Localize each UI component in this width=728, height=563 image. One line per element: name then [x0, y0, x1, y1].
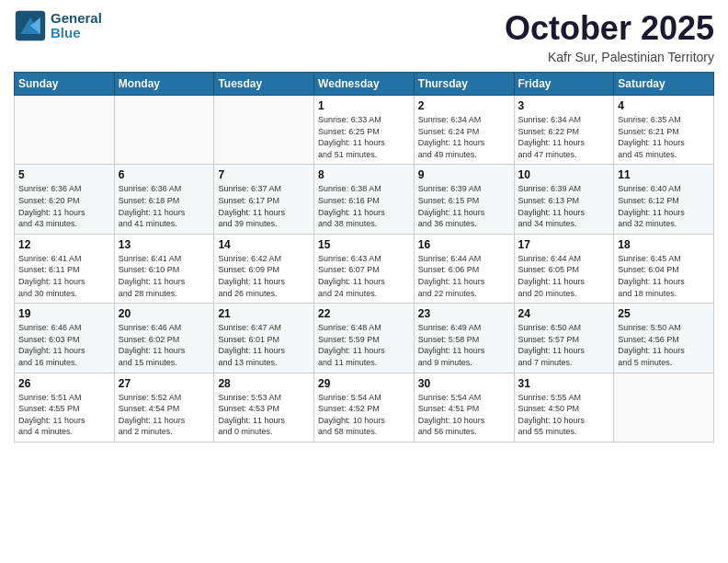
day-number: 23 [418, 307, 510, 320]
weekday-header-sunday: Sunday [15, 73, 115, 96]
day-info: Sunrise: 5:55 AM Sunset: 4:50 PM Dayligh… [518, 392, 610, 438]
calendar-cell: 10Sunrise: 6:39 AM Sunset: 6:13 PM Dayli… [514, 165, 614, 234]
day-info: Sunrise: 6:45 AM Sunset: 6:04 PM Dayligh… [618, 253, 710, 299]
day-number: 25 [618, 307, 710, 320]
calendar-cell: 14Sunrise: 6:42 AM Sunset: 6:09 PM Dayli… [214, 234, 314, 303]
day-info: Sunrise: 6:49 AM Sunset: 5:58 PM Dayligh… [418, 322, 510, 368]
day-number: 15 [318, 238, 410, 251]
day-info: Sunrise: 6:47 AM Sunset: 6:01 PM Dayligh… [218, 322, 310, 368]
day-info: Sunrise: 6:50 AM Sunset: 5:57 PM Dayligh… [518, 322, 610, 368]
day-number: 19 [18, 307, 110, 320]
day-number: 21 [218, 307, 310, 320]
day-info: Sunrise: 5:53 AM Sunset: 4:53 PM Dayligh… [218, 392, 310, 438]
day-number: 31 [518, 377, 610, 390]
logo-blue: Blue [51, 26, 102, 41]
calendar-week-3: 12Sunrise: 6:41 AM Sunset: 6:11 PM Dayli… [15, 234, 714, 303]
day-number: 1 [318, 99, 410, 112]
day-number: 18 [618, 238, 710, 251]
calendar-cell: 23Sunrise: 6:49 AM Sunset: 5:58 PM Dayli… [414, 304, 514, 373]
calendar-cell: 1Sunrise: 6:33 AM Sunset: 6:25 PM Daylig… [314, 96, 415, 165]
day-info: Sunrise: 6:46 AM Sunset: 6:02 PM Dayligh… [119, 322, 210, 368]
day-number: 4 [618, 99, 710, 112]
day-number: 22 [318, 307, 410, 320]
day-info: Sunrise: 6:39 AM Sunset: 6:13 PM Dayligh… [518, 183, 610, 229]
calendar-cell: 9Sunrise: 6:39 AM Sunset: 6:15 PM Daylig… [414, 165, 514, 234]
day-info: Sunrise: 6:48 AM Sunset: 5:59 PM Dayligh… [318, 322, 410, 368]
calendar-cell: 2Sunrise: 6:34 AM Sunset: 6:24 PM Daylig… [414, 96, 514, 165]
calendar-cell: 27Sunrise: 5:52 AM Sunset: 4:54 PM Dayli… [114, 373, 214, 442]
day-info: Sunrise: 5:50 AM Sunset: 4:56 PM Dayligh… [618, 322, 710, 368]
day-info: Sunrise: 6:43 AM Sunset: 6:07 PM Dayligh… [318, 253, 410, 299]
calendar-cell: 21Sunrise: 6:47 AM Sunset: 6:01 PM Dayli… [214, 304, 314, 373]
day-number: 5 [18, 168, 110, 181]
calendar-cell: 3Sunrise: 6:34 AM Sunset: 6:22 PM Daylig… [514, 96, 614, 165]
day-info: Sunrise: 6:34 AM Sunset: 6:24 PM Dayligh… [418, 114, 510, 160]
calendar-cell: 28Sunrise: 5:53 AM Sunset: 4:53 PM Dayli… [214, 373, 314, 442]
day-info: Sunrise: 6:40 AM Sunset: 6:12 PM Dayligh… [618, 183, 710, 229]
calendar-cell: 17Sunrise: 6:44 AM Sunset: 6:05 PM Dayli… [514, 234, 614, 303]
calendar-cell: 18Sunrise: 6:45 AM Sunset: 6:04 PM Dayli… [614, 234, 714, 303]
logo-icon [14, 9, 47, 42]
day-number: 20 [119, 307, 210, 320]
day-info: Sunrise: 6:36 AM Sunset: 6:20 PM Dayligh… [18, 183, 110, 229]
calendar-cell: 19Sunrise: 6:46 AM Sunset: 6:03 PM Dayli… [15, 304, 115, 373]
calendar-cell: 29Sunrise: 5:54 AM Sunset: 4:52 PM Dayli… [314, 373, 415, 442]
day-number: 26 [18, 377, 110, 390]
day-number: 12 [18, 238, 110, 251]
day-number: 6 [119, 168, 210, 181]
calendar-cell: 5Sunrise: 6:36 AM Sunset: 6:20 PM Daylig… [15, 165, 115, 234]
weekday-header-wednesday: Wednesday [314, 73, 415, 96]
day-info: Sunrise: 6:42 AM Sunset: 6:09 PM Dayligh… [218, 253, 310, 299]
calendar-cell: 11Sunrise: 6:40 AM Sunset: 6:12 PM Dayli… [614, 165, 714, 234]
day-number: 17 [518, 238, 610, 251]
calendar-cell: 31Sunrise: 5:55 AM Sunset: 4:50 PM Dayli… [514, 373, 614, 442]
day-number: 2 [418, 99, 510, 112]
day-number: 3 [518, 99, 610, 112]
calendar-cell: 25Sunrise: 5:50 AM Sunset: 4:56 PM Dayli… [614, 304, 714, 373]
calendar-header-row: SundayMondayTuesdayWednesdayThursdayFrid… [15, 73, 714, 96]
weekday-header-monday: Monday [114, 73, 214, 96]
calendar-week-2: 5Sunrise: 6:36 AM Sunset: 6:20 PM Daylig… [15, 165, 714, 234]
day-info: Sunrise: 6:44 AM Sunset: 6:05 PM Dayligh… [518, 253, 610, 299]
day-number: 13 [119, 238, 210, 251]
day-info: Sunrise: 6:37 AM Sunset: 6:17 PM Dayligh… [218, 183, 310, 229]
calendar-cell: 30Sunrise: 5:54 AM Sunset: 4:51 PM Dayli… [414, 373, 514, 442]
weekday-header-saturday: Saturday [614, 73, 714, 96]
day-number: 7 [218, 168, 310, 181]
calendar-cell: 16Sunrise: 6:44 AM Sunset: 6:06 PM Dayli… [414, 234, 514, 303]
calendar-week-4: 19Sunrise: 6:46 AM Sunset: 6:03 PM Dayli… [15, 304, 714, 373]
calendar-cell: 12Sunrise: 6:41 AM Sunset: 6:11 PM Dayli… [15, 234, 115, 303]
day-number: 8 [318, 168, 410, 181]
day-info: Sunrise: 6:33 AM Sunset: 6:25 PM Dayligh… [318, 114, 410, 160]
calendar-cell: 13Sunrise: 6:41 AM Sunset: 6:10 PM Dayli… [114, 234, 214, 303]
day-number: 16 [418, 238, 510, 251]
calendar-cell [214, 96, 314, 165]
calendar-cell: 4Sunrise: 6:35 AM Sunset: 6:21 PM Daylig… [614, 96, 714, 165]
day-number: 9 [418, 168, 510, 181]
calendar-cell: 22Sunrise: 6:48 AM Sunset: 5:59 PM Dayli… [314, 304, 415, 373]
calendar-cell: 6Sunrise: 6:36 AM Sunset: 6:18 PM Daylig… [114, 165, 214, 234]
day-info: Sunrise: 6:41 AM Sunset: 6:11 PM Dayligh… [18, 253, 110, 299]
day-number: 28 [218, 377, 310, 390]
weekday-header-tuesday: Tuesday [214, 73, 314, 96]
calendar-cell [15, 96, 115, 165]
month-title: October 2025 [505, 9, 714, 48]
day-number: 24 [518, 307, 610, 320]
day-number: 29 [318, 377, 410, 390]
calendar-cell: 20Sunrise: 6:46 AM Sunset: 6:02 PM Dayli… [114, 304, 214, 373]
location: Kafr Sur, Palestinian Territory [505, 50, 714, 64]
calendar-table: SundayMondayTuesdayWednesdayThursdayFrid… [14, 72, 714, 442]
day-number: 14 [218, 238, 310, 251]
day-info: Sunrise: 5:51 AM Sunset: 4:55 PM Dayligh… [18, 392, 110, 438]
calendar-cell: 7Sunrise: 6:37 AM Sunset: 6:17 PM Daylig… [214, 165, 314, 234]
calendar-cell: 15Sunrise: 6:43 AM Sunset: 6:07 PM Dayli… [314, 234, 415, 303]
day-number: 10 [518, 168, 610, 181]
day-number: 27 [119, 377, 210, 390]
day-info: Sunrise: 6:36 AM Sunset: 6:18 PM Dayligh… [119, 183, 210, 229]
calendar-week-1: 1Sunrise: 6:33 AM Sunset: 6:25 PM Daylig… [15, 96, 714, 165]
day-info: Sunrise: 6:44 AM Sunset: 6:06 PM Dayligh… [418, 253, 510, 299]
calendar-cell: 8Sunrise: 6:38 AM Sunset: 6:16 PM Daylig… [314, 165, 415, 234]
logo: General Blue [14, 9, 102, 42]
day-info: Sunrise: 5:54 AM Sunset: 4:51 PM Dayligh… [418, 392, 510, 438]
calendar-cell: 26Sunrise: 5:51 AM Sunset: 4:55 PM Dayli… [15, 373, 115, 442]
